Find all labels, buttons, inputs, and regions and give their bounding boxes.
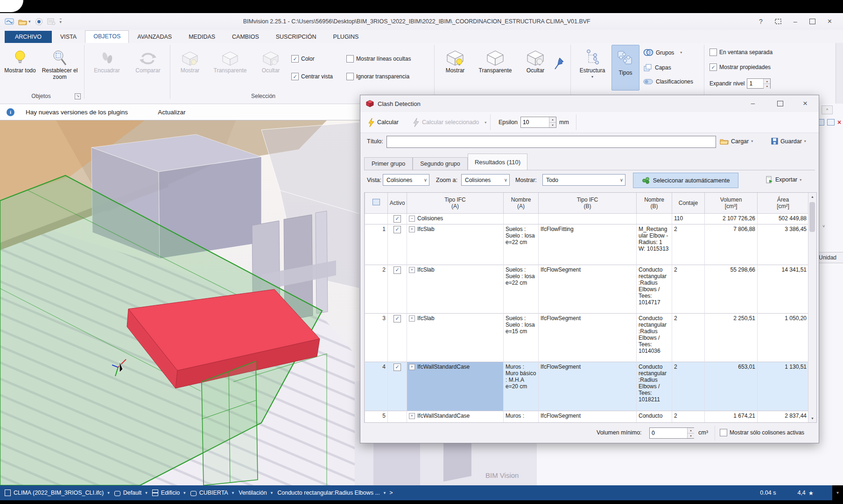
calcular-button[interactable]: Calcular <box>368 112 399 133</box>
statusbar-file[interactable]: CLIMA (2022_BIM_3RIOS_CLI.ifc) ▾ <box>5 490 111 496</box>
expand-icon[interactable]: + <box>409 226 415 232</box>
guardar-button[interactable]: Guardar ▾ <box>771 138 806 145</box>
panel-scrollbar[interactable] <box>836 43 843 104</box>
tab-primer-grupo[interactable]: Primer grupo <box>364 157 413 170</box>
panel-scroll-down[interactable]: ˅ <box>822 224 825 229</box>
expandir-nivel-stepper[interactable]: ▴▾ <box>747 78 771 89</box>
caret-down-icon[interactable]: ▾ <box>804 139 806 143</box>
caret-down-icon[interactable]: ▾ <box>485 120 486 125</box>
row-checkbox[interactable]: ✓ <box>393 364 401 371</box>
layout-toggle-icon[interactable] <box>775 19 781 24</box>
cargar-button[interactable]: Cargar ▾ <box>720 138 753 145</box>
caret-down-icon[interactable]: ▾ <box>145 490 148 495</box>
epsilon-stepper[interactable]: ▴▾ <box>520 117 556 128</box>
col-area[interactable]: Área [cm²] <box>758 193 809 213</box>
breadcrumb-more[interactable]: > <box>389 490 393 496</box>
mostrar-seleccion-button[interactable]: Mostrar <box>174 46 206 74</box>
table-row[interactable]: 2 ✓ +IfcSlab Suelos : Suelo : losa e=22 … <box>365 265 809 313</box>
tab-segundo-grupo[interactable]: Segundo grupo <box>413 157 468 170</box>
tab-vista[interactable]: VISTA <box>52 31 85 43</box>
scrollbar-thumb[interactable] <box>809 202 815 232</box>
record-view-icon[interactable] <box>35 18 43 26</box>
col-activo[interactable]: Activo <box>388 193 407 213</box>
mostrar-select[interactable]: Todo∨ <box>542 174 625 186</box>
expand-icon[interactable]: + <box>409 364 415 370</box>
step-up-icon[interactable]: ▴ <box>764 79 770 84</box>
open-file-button[interactable]: ▾ <box>18 18 31 25</box>
col-nombre-b[interactable]: Nombre (B) <box>637 193 672 213</box>
expand-icon[interactable]: + <box>409 267 415 273</box>
table-row[interactable]: 3 ✓ +IfcSlab Suelos : Suelo : losa e=15 … <box>365 313 809 362</box>
table-scrollbar[interactable]: ▲ ▼ <box>808 193 816 422</box>
table-row-selected[interactable]: 4 ✓ +IfcWallStandardCase Muros : Muro bá… <box>365 362 809 411</box>
close-button[interactable]: × <box>828 17 832 26</box>
rating[interactable]: 4,4 ★ <box>797 490 814 497</box>
objetos-dialog-launcher[interactable]: ↘ <box>75 93 81 99</box>
zoom-a-select[interactable]: Colisiones∨ <box>461 174 510 186</box>
checkbox-solo-activas[interactable]: Mostrar sólo colisones activas <box>720 429 804 436</box>
table-row-colisiones[interactable]: ✓ −Colisiones 110 2 107 726,26 502 449,8… <box>365 213 809 224</box>
maximize-button[interactable] <box>809 19 815 24</box>
comparar-button[interactable]: Comparar <box>129 46 167 74</box>
tab-objetos[interactable]: OBJETOS <box>85 30 129 43</box>
ocultar-seleccion-button[interactable]: Ocultar <box>254 46 288 74</box>
volumen-minimo-stepper[interactable]: ▴▾ <box>649 427 694 439</box>
scroll-up-icon[interactable]: ▲ <box>808 193 816 201</box>
tab-avanzadas[interactable]: AVANZADAS <box>129 31 180 43</box>
dialog-maximize-button[interactable] <box>773 100 787 108</box>
tab-resultados[interactable]: Resultados (110) <box>468 154 527 170</box>
expandir-nivel-input[interactable] <box>747 79 763 88</box>
titulo-input[interactable] <box>386 136 716 148</box>
pin-selection-button[interactable] <box>554 57 565 71</box>
clasificaciones-button[interactable]: Clasificaciones <box>643 78 693 85</box>
step-up-icon[interactable]: ▴ <box>688 428 694 433</box>
caret-down-icon[interactable]: ▾ <box>271 490 273 495</box>
exportar-button[interactable]: Exportar ▾ <box>766 176 801 183</box>
statusbar-conducto[interactable]: Conducto rectangular:Radius Elbows ... ▾… <box>277 490 393 496</box>
checkbox-color[interactable]: ✓ Color <box>291 55 315 63</box>
row-checkbox[interactable]: ✓ <box>393 266 401 274</box>
statusbar-default[interactable]: Default ▾ <box>114 490 148 496</box>
tab-suscripcion[interactable]: SUSCRIPCIÓN <box>267 31 325 43</box>
checkbox-ventana-separada[interactable]: En ventana separada <box>710 49 773 56</box>
transparente-vista-button[interactable]: Transparente <box>473 46 517 74</box>
checkbox-mostrar-propiedades[interactable]: ✓ Mostrar propiedades <box>710 63 771 71</box>
collapse-icon[interactable]: − <box>409 216 415 222</box>
row-checkbox[interactable]: ✓ <box>393 226 401 233</box>
table-row[interactable]: 1 ✓ +IfcSlab Suelos : Suelo : losa e=22 … <box>365 224 809 265</box>
tab-cambios[interactable]: CAMBIOS <box>224 31 267 43</box>
caret-down-icon[interactable]: ▾ <box>107 490 110 495</box>
step-down-icon[interactable]: ▾ <box>688 433 694 439</box>
table-options-header[interactable] <box>365 193 388 213</box>
statusbar-ventilacion[interactable]: Ventilación ▾ <box>239 490 274 496</box>
col-tipo-ifc-b[interactable]: Tipo IFC (B) <box>539 193 637 213</box>
checkbox-lineas-ocultas[interactable]: Mostrar líneas ocultas <box>346 55 411 63</box>
restablecer-zoom-button[interactable]: Restablecer el zoom <box>38 46 81 80</box>
col-contaje[interactable]: Contaje <box>672 193 705 213</box>
dialog-close-button[interactable]: × <box>798 99 812 108</box>
row-checkbox[interactable]: ✓ <box>393 315 401 322</box>
scroll-down-icon[interactable]: ▼ <box>808 414 816 422</box>
caret-down-icon[interactable]: ▾ <box>183 490 186 495</box>
transparente-seleccion-button[interactable]: Transparente <box>208 46 252 74</box>
col-nombre-a[interactable]: Nombre (A) <box>504 193 539 213</box>
grupos-button[interactable]: Grupos ▾ <box>643 49 682 56</box>
statusbar-edificio[interactable]: Edificio ▾ <box>152 490 187 496</box>
estructura-button[interactable]: Estructura ▾ <box>574 46 611 80</box>
caret-down-icon[interactable]: ▾ <box>751 139 753 143</box>
mostrar-vista-button[interactable]: Mostrar <box>438 46 472 74</box>
ocultar-vista-button[interactable]: Ocultar <box>519 46 552 74</box>
epsilon-input[interactable] <box>521 117 549 127</box>
step-down-icon[interactable]: ▾ <box>549 122 556 128</box>
seleccionar-automaticamente-button[interactable]: Seleciconar automáticamente <box>633 173 738 188</box>
tab-medidas[interactable]: MEDIDAS <box>180 31 224 43</box>
tab-plugins[interactable]: PLUGINS <box>325 31 367 43</box>
caret-down-icon[interactable]: ▾ <box>384 490 386 495</box>
caret-down-icon[interactable]: ▾ <box>232 490 234 495</box>
encuadrar-button[interactable]: Encuadrar <box>88 46 126 74</box>
panel-list-icon[interactable] <box>827 119 835 126</box>
capas-button[interactable]: Capas <box>643 63 671 71</box>
col-volumen[interactable]: Volumen [cm³] <box>705 193 758 213</box>
checkbox-ignorar-transparencia[interactable]: Ignorar transparencia <box>346 73 409 80</box>
volumen-minimo-input[interactable] <box>650 428 687 438</box>
